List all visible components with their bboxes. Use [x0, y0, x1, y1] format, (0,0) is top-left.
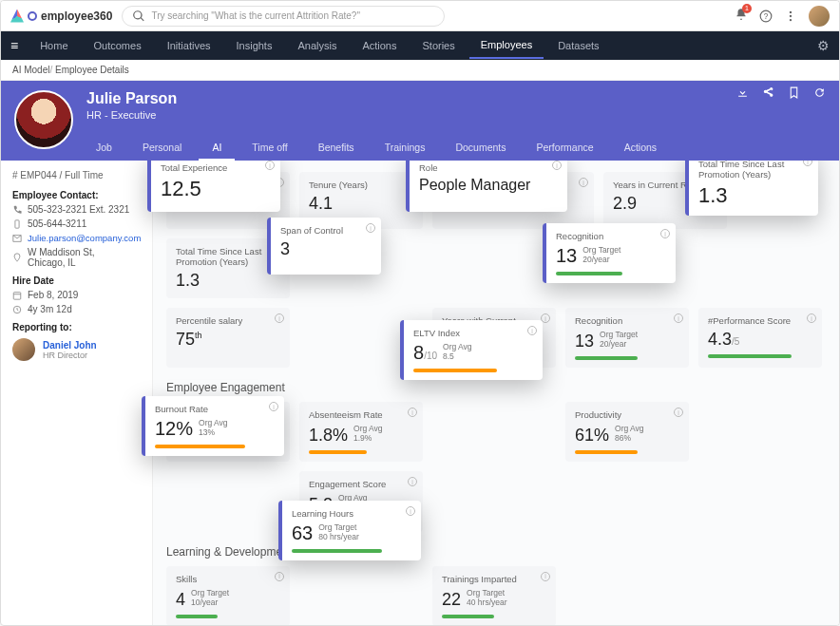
hero-actions: [736, 86, 826, 99]
main-nav: ≡ Home Outcomes Initiatives Insights Ana…: [1, 31, 839, 60]
card-percentile[interactable]: Percentile salaryi75th: [166, 308, 290, 368]
svg-point-3: [790, 14, 792, 16]
share-icon[interactable]: [762, 86, 774, 99]
info-icon[interactable]: i: [541, 572, 550, 581]
nav-actions[interactable]: Actions: [351, 33, 408, 58]
employee-id: # EMP044 / Full Time: [12, 170, 141, 180]
card-eltv-pop[interactable]: ELTV Indexi8/10Org Avg8.5: [400, 320, 543, 380]
card-learning-hours-pop[interactable]: Learning Hoursi63Org Target80 hrs/year: [278, 501, 421, 560]
brand-name: employee360: [41, 9, 112, 23]
bookmark-icon[interactable]: [788, 86, 800, 99]
tab-timeoff[interactable]: Time off: [239, 136, 300, 161]
tab-actions[interactable]: Actions: [611, 136, 670, 161]
card-total-exp-pop[interactable]: Total Experiencei12.5: [147, 161, 280, 212]
menu-toggle-icon[interactable]: ≡: [10, 38, 18, 53]
info-icon[interactable]: i: [406, 506, 415, 516]
employee-name: Julie Parson: [86, 90, 670, 107]
global-search[interactable]: Try searching "What is the current Attri…: [122, 6, 445, 27]
mobile-icon: [12, 219, 22, 229]
tab-performance[interactable]: Performance: [524, 136, 607, 161]
card-last-promo-pop[interactable]: Total Time Since Last Promotion (Years)i…: [685, 161, 818, 216]
bar-indicator: [708, 354, 792, 358]
tab-ai[interactable]: AI: [199, 136, 235, 161]
logo-circle-icon: [28, 11, 37, 21]
section-engagement: Employee Engagement: [166, 381, 826, 394]
info-icon[interactable]: i: [579, 178, 588, 187]
help-icon[interactable]: ?: [759, 9, 773, 23]
manager-avatar: [12, 338, 35, 361]
card-recognition-bg[interactable]: Recognitioni13Org Target20/year: [565, 308, 689, 368]
notification-badge: 1: [742, 4, 752, 13]
topbar-right: 1 ?: [735, 6, 830, 27]
info-icon[interactable]: i: [803, 161, 812, 166]
refresh-icon[interactable]: [813, 86, 826, 99]
mail-icon: [12, 234, 22, 243]
info-icon[interactable]: i: [660, 229, 670, 238]
tab-documents[interactable]: Documents: [442, 136, 519, 161]
info-icon[interactable]: i: [674, 408, 683, 417]
info-icon[interactable]: i: [366, 223, 375, 233]
crumb-root[interactable]: AI Model: [12, 65, 49, 75]
info-icon[interactable]: i: [527, 326, 537, 335]
info-icon[interactable]: i: [265, 161, 275, 170]
bar-indicator: [413, 369, 497, 372]
nav-employees[interactable]: Employees: [469, 32, 544, 59]
info-icon[interactable]: i: [408, 408, 417, 417]
nav-insights[interactable]: Insights: [225, 33, 284, 58]
svg-rect-5: [15, 219, 19, 227]
card-span-pop[interactable]: Span of Controli3: [267, 218, 381, 275]
bar-indicator: [442, 615, 494, 618]
info-icon[interactable]: i: [807, 313, 816, 323]
employee-avatar: [14, 90, 73, 149]
user-avatar[interactable]: [809, 6, 830, 27]
contact-phone2: 505-644-3211: [12, 218, 141, 229]
more-menu-icon[interactable]: [784, 9, 797, 23]
bar-indicator: [292, 549, 382, 553]
tab-benefits[interactable]: Benefits: [305, 136, 368, 161]
info-icon[interactable]: i: [275, 572, 284, 581]
card-recognition-pop[interactable]: Recognitioni13Org Target20/year: [543, 223, 676, 283]
svg-point-4: [790, 18, 792, 20]
nav-initiatives[interactable]: Initiatives: [156, 33, 222, 58]
bar-indicator: [556, 272, 622, 275]
bar-indicator: [176, 615, 218, 618]
tab-trainings[interactable]: Trainings: [372, 136, 439, 161]
nav-analysis[interactable]: Analysis: [286, 33, 348, 58]
card-skills[interactable]: Skillsi4Org Target10/year: [166, 566, 290, 625]
crumb-current: Employee Details: [49, 65, 128, 75]
breadcrumb: AI Model Employee Details: [1, 60, 839, 81]
info-icon[interactable]: i: [408, 477, 417, 486]
bar-indicator: [309, 450, 367, 454]
clock-icon: [12, 305, 22, 314]
employee-tabs: Job Personal AI Time off Benefits Traini…: [83, 136, 670, 161]
nav-settings-icon[interactable]: ⚙: [817, 38, 830, 53]
nav-datasets[interactable]: Datasets: [546, 33, 610, 58]
card-absenteeism[interactable]: Absenteeism Ratei1.8%Org Avg1.9%: [299, 402, 423, 462]
info-icon[interactable]: i: [674, 313, 683, 323]
brand-logo[interactable]: employee360: [10, 9, 112, 23]
contact-email[interactable]: Julie.parson@company.com: [12, 233, 141, 243]
card-role-pop[interactable]: RoleiPeople Manager: [406, 161, 567, 212]
nav-outcomes[interactable]: Outcomes: [83, 33, 153, 58]
notifications-button[interactable]: 1: [735, 8, 748, 25]
card-burnout-pop[interactable]: Burnout Ratei12%Org Avg13%: [142, 396, 284, 456]
reporting-person[interactable]: Daniel JohnHR Director: [12, 338, 141, 361]
card-perf-score[interactable]: #Performance Scorei4.3/5: [698, 308, 822, 368]
tab-job[interactable]: Job: [83, 136, 125, 161]
nav-home[interactable]: Home: [29, 33, 79, 58]
svg-point-2: [790, 10, 792, 12]
download-icon[interactable]: [736, 86, 749, 99]
card-productivity[interactable]: Productivityi61%Org Avg86%: [565, 402, 689, 462]
bar-indicator: [575, 356, 638, 360]
info-icon[interactable]: i: [269, 402, 278, 411]
contact-heading: Employee Contact:: [12, 190, 141, 200]
nav-stories[interactable]: Stories: [410, 33, 466, 58]
employee-hero: Julie Parson HR - Executive Job Personal…: [1, 81, 839, 161]
row-ld: Skillsi4Org Target10/year Trainings Impa…: [166, 566, 826, 625]
search-placeholder: Try searching "What is the current Attri…: [151, 10, 360, 21]
info-icon[interactable]: i: [552, 161, 562, 170]
info-icon[interactable]: i: [275, 313, 284, 323]
bar-indicator: [575, 450, 638, 454]
tab-personal[interactable]: Personal: [129, 136, 195, 161]
card-trainings-imparted[interactable]: Trainings Impartedi22Org Target40 hrs/ye…: [432, 566, 556, 625]
